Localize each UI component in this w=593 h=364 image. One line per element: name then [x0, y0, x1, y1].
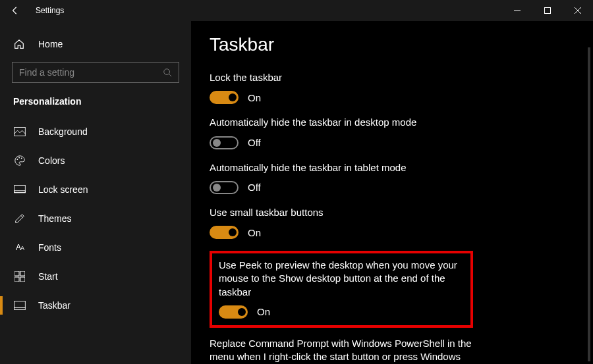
sidebar-item-fonts[interactable]: AA Fonts: [0, 233, 191, 262]
page-heading: Taskbar: [210, 34, 593, 55]
toggle-state: On: [257, 306, 270, 317]
setting-row: Use small taskbar buttonsOn: [210, 206, 560, 239]
sidebar-item-background[interactable]: Background: [0, 117, 191, 146]
search-box[interactable]: [12, 62, 179, 83]
setting-row: Lock the taskbarOn: [210, 71, 560, 104]
fonts-icon: AA: [13, 243, 26, 252]
sidebar: Home Personalization Background Colors L…: [0, 21, 191, 364]
toggle-switch[interactable]: [210, 181, 239, 194]
palette-icon: [13, 155, 26, 167]
svg-rect-15: [14, 301, 26, 309]
close-button[interactable]: [563, 0, 593, 21]
nav-label: Start: [38, 271, 58, 282]
scrollbar[interactable]: [588, 47, 590, 361]
svg-rect-9: [14, 191, 26, 193]
toggle-state: On: [248, 227, 261, 238]
nav-label: Themes: [38, 213, 72, 224]
highlight-box: Use Peek to preview the desktop when you…: [210, 251, 473, 328]
setting-label: Lock the taskbar: [210, 71, 486, 84]
toggle-switch[interactable]: [219, 305, 248, 319]
svg-line-10: [21, 216, 23, 218]
minimize-button[interactable]: [502, 0, 532, 21]
main-content: Taskbar Lock the taskbarOnAutomatically …: [191, 21, 593, 364]
svg-rect-14: [20, 277, 25, 282]
nav-label: Lock screen: [38, 184, 88, 195]
setting-row: Use Peek to preview the desktop when you…: [219, 259, 464, 319]
home-label: Home: [38, 39, 63, 49]
search-input[interactable]: [19, 67, 163, 78]
sidebar-item-themes[interactable]: Themes: [0, 204, 191, 233]
home-nav[interactable]: Home: [0, 32, 191, 57]
setting-row: Automatically hide the taskbar in tablet…: [210, 161, 560, 194]
category-heading: Personalization: [0, 92, 191, 117]
svg-rect-11: [14, 271, 19, 276]
lock-screen-icon: [13, 185, 26, 194]
nav-list: Background Colors Lock screen Themes AA …: [0, 117, 191, 320]
maximize-button[interactable]: [532, 0, 563, 21]
setting-label: Use Peek to preview the desktop when you…: [219, 259, 464, 299]
nav-label: Fonts: [38, 242, 61, 253]
nav-label: Background: [38, 126, 88, 137]
toggle-state: Off: [248, 182, 261, 193]
toggle-state: On: [248, 92, 261, 103]
nav-label: Colors: [38, 155, 65, 166]
themes-icon: [13, 213, 26, 224]
toggle-state: Off: [248, 137, 261, 148]
toggle-switch[interactable]: [210, 91, 239, 104]
setting-label: Use small taskbar buttons: [210, 206, 486, 219]
svg-point-7: [21, 158, 22, 159]
window-controls: [502, 0, 593, 21]
svg-rect-8: [14, 185, 26, 192]
svg-point-6: [18, 157, 20, 159]
sidebar-item-start[interactable]: Start: [0, 262, 191, 291]
search-icon: [163, 68, 172, 77]
back-button[interactable]: [11, 6, 26, 15]
toggle-switch[interactable]: [210, 226, 239, 239]
start-icon: [13, 271, 26, 282]
taskbar-icon: [13, 301, 26, 310]
sidebar-item-taskbar[interactable]: Taskbar: [0, 291, 191, 320]
home-icon: [13, 38, 26, 50]
setting-label: Automatically hide the taskbar in tablet…: [210, 161, 486, 174]
window-title: Settings: [36, 6, 64, 15]
svg-point-2: [164, 69, 170, 75]
svg-line-3: [169, 74, 172, 77]
toggle-switch[interactable]: [210, 136, 239, 149]
setting-row: Replace Command Prompt with Windows Powe…: [210, 337, 560, 364]
setting-label: Automatically hide the taskbar in deskto…: [210, 116, 486, 129]
svg-rect-12: [20, 271, 25, 276]
titlebar: Settings: [0, 0, 593, 21]
nav-label: Taskbar: [38, 300, 71, 311]
svg-rect-13: [14, 277, 19, 282]
svg-rect-1: [545, 8, 551, 14]
svg-point-5: [17, 159, 18, 160]
setting-row: Automatically hide the taskbar in deskto…: [210, 116, 560, 149]
setting-label: Replace Command Prompt with Windows Powe…: [210, 337, 486, 364]
picture-icon: [13, 127, 26, 136]
sidebar-item-lock-screen[interactable]: Lock screen: [0, 175, 191, 204]
sidebar-item-colors[interactable]: Colors: [0, 146, 191, 175]
